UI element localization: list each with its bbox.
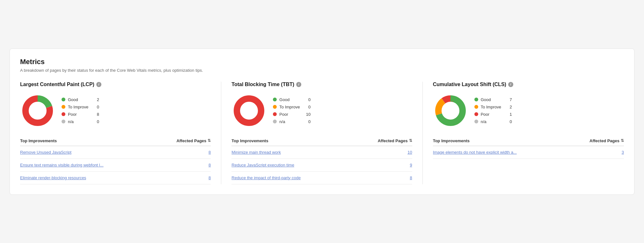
legend-dot-lcp-0	[62, 98, 65, 101]
legend-item-lcp-3: n/a 0	[62, 119, 99, 124]
legend-label-cls-3: n/a	[481, 119, 503, 124]
legend-label-lcp-3: n/a	[68, 119, 90, 124]
table-col2-cls: Affected Pages ⇅	[589, 138, 624, 143]
legend-item-cls-1: To Improve 2	[474, 105, 512, 109]
legend-label-cls-2: Poor	[481, 112, 503, 117]
table-row-link-tbt-0[interactable]: Minimize main thread work	[231, 150, 281, 155]
legend-count-cls-3: 0	[506, 119, 512, 124]
table-row-link-lcp-1[interactable]: Ensure text remains visible during webfo…	[20, 163, 104, 167]
legend-count-cls-2: 1	[506, 112, 512, 117]
table-row: Remove Unused JavaScript 8	[20, 146, 211, 159]
metric-section-tbt: Total Blocking Time (TBT) i Good 0 To Im…	[221, 82, 422, 184]
donut-chart-lcp	[20, 93, 55, 128]
legend-dot-tbt-0	[273, 98, 277, 101]
metrics-card: Metrics A breakdown of pages by their st…	[10, 48, 634, 195]
table-row-count-lcp-1[interactable]: 8	[209, 163, 211, 167]
table-row-count-lcp-2[interactable]: 8	[209, 175, 211, 180]
svg-point-4	[243, 104, 255, 117]
legend-dot-tbt-3	[273, 120, 277, 123]
table-row-link-lcp-2[interactable]: Eliminate render-blocking resources	[20, 175, 86, 180]
table-section-lcp: Top Improvements Affected Pages ⇅ Remove…	[20, 136, 211, 184]
page-subtitle: A breakdown of pages by their status for…	[20, 68, 624, 73]
filter-icon-lcp[interactable]: ⇅	[208, 138, 211, 143]
legend-count-tbt-1: 0	[304, 105, 311, 109]
legend-label-cls-0: Good	[481, 97, 503, 102]
chart-legend-row-lcp: Good 2 To Improve 0 Poor 8 n/a 0	[20, 93, 211, 128]
table-row: Eliminate render-blocking resources 8	[20, 172, 211, 184]
table-col2-tbt: Affected Pages ⇅	[378, 138, 412, 143]
table-row-count-cls-0[interactable]: 3	[622, 150, 624, 155]
legend-count-lcp-0: 2	[93, 97, 99, 102]
legend-item-cls-3: n/a 0	[474, 119, 512, 124]
table-header-tbt: Top Improvements Affected Pages ⇅	[231, 136, 412, 146]
legend-label-cls-1: To Improve	[481, 105, 503, 109]
table-row-link-tbt-2[interactable]: Reduce the impact of third-party code	[231, 175, 301, 180]
metric-section-lcp: Largest Contentful Paint (LCP) i Good 2 …	[20, 82, 221, 184]
legend-dot-cls-1	[474, 105, 478, 109]
legend-dot-tbt-2	[273, 112, 277, 116]
table-row-count-tbt-1[interactable]: 9	[410, 163, 412, 167]
table-row-link-cls-0[interactable]: Image elements do not have explicit widt…	[433, 150, 517, 155]
metric-title-text-lcp: Largest Contentful Paint (LCP)	[20, 82, 94, 87]
table-row: Reduce JavaScript execution time 9	[231, 159, 412, 172]
metric-title-lcp: Largest Contentful Paint (LCP) i	[20, 82, 211, 87]
metric-title-tbt: Total Blocking Time (TBT) i	[231, 82, 412, 87]
table-row-link-tbt-1[interactable]: Reduce JavaScript execution time	[231, 163, 294, 167]
table-col2-lcp: Affected Pages ⇅	[176, 138, 211, 143]
legend-item-tbt-2: Poor 10	[273, 112, 311, 117]
legend-label-tbt-2: Poor	[279, 112, 302, 117]
table-col1-lcp: Top Improvements	[20, 138, 57, 143]
metric-section-cls: Cumulative Layout Shift (CLS) i Good 7 T…	[423, 82, 624, 184]
legend-item-lcp-2: Poor 8	[62, 112, 99, 117]
legend-dot-lcp-3	[62, 120, 65, 123]
filter-icon-tbt[interactable]: ⇅	[409, 138, 412, 143]
legend-count-cls-1: 2	[506, 105, 512, 109]
info-icon-tbt[interactable]: i	[296, 82, 301, 87]
legend-count-cls-0: 7	[506, 97, 512, 102]
table-header-lcp: Top Improvements Affected Pages ⇅	[20, 136, 211, 146]
table-row: Reduce the impact of third-party code 8	[231, 172, 412, 184]
page-title: Metrics	[20, 58, 624, 66]
donut-chart-tbt	[231, 93, 267, 128]
table-col1-cls: Top Improvements	[433, 138, 470, 143]
table-row-count-lcp-0[interactable]: 8	[209, 150, 211, 155]
legend-label-lcp-1: To Improve	[68, 105, 90, 109]
svg-point-2	[31, 104, 44, 117]
legend-lcp: Good 2 To Improve 0 Poor 8 n/a 0	[62, 97, 99, 124]
table-row: Ensure text remains visible during webfo…	[20, 159, 211, 172]
legend-cls: Good 7 To Improve 2 Poor 1 n/a 0	[474, 97, 512, 124]
table-row-link-lcp-0[interactable]: Remove Unused JavaScript	[20, 150, 71, 155]
table-col1-tbt: Top Improvements	[231, 138, 268, 143]
legend-label-tbt-1: To Improve	[279, 105, 302, 109]
legend-item-cls-2: Poor 1	[474, 112, 512, 117]
legend-label-tbt-3: n/a	[279, 119, 302, 124]
legend-dot-lcp-1	[62, 105, 65, 109]
legend-label-lcp-2: Poor	[68, 112, 90, 117]
legend-item-lcp-0: Good 2	[62, 97, 99, 102]
legend-count-lcp-3: 0	[93, 119, 99, 124]
chart-legend-row-cls: Good 7 To Improve 2 Poor 1 n/a 0	[433, 93, 624, 128]
table-section-cls: Top Improvements Affected Pages ⇅ Image …	[433, 136, 624, 159]
legend-dot-tbt-1	[273, 105, 277, 109]
legend-dot-cls-0	[474, 98, 478, 101]
info-icon-lcp[interactable]: i	[96, 82, 101, 87]
legend-count-lcp-1: 0	[93, 105, 99, 109]
metric-title-cls: Cumulative Layout Shift (CLS) i	[433, 82, 624, 87]
metric-title-text-cls: Cumulative Layout Shift (CLS)	[433, 82, 506, 87]
legend-dot-cls-2	[474, 112, 478, 116]
table-row: Minimize main thread work 10	[231, 146, 412, 159]
svg-point-8	[444, 104, 457, 117]
table-header-cls: Top Improvements Affected Pages ⇅	[433, 136, 624, 146]
table-row-count-tbt-2[interactable]: 8	[410, 175, 412, 180]
info-icon-cls[interactable]: i	[508, 82, 513, 87]
metrics-grid: Largest Contentful Paint (LCP) i Good 2 …	[20, 82, 624, 184]
legend-item-cls-0: Good 7	[474, 97, 512, 102]
filter-icon-cls[interactable]: ⇅	[621, 138, 624, 143]
legend-count-lcp-2: 8	[93, 112, 99, 117]
legend-item-tbt-0: Good 0	[273, 97, 311, 102]
legend-dot-cls-3	[474, 120, 478, 123]
legend-tbt: Good 0 To Improve 0 Poor 10 n/a 0	[273, 97, 311, 124]
legend-count-tbt-2: 10	[304, 112, 311, 117]
table-row-count-tbt-0[interactable]: 10	[407, 150, 412, 155]
table-section-tbt: Top Improvements Affected Pages ⇅ Minimi…	[231, 136, 412, 184]
